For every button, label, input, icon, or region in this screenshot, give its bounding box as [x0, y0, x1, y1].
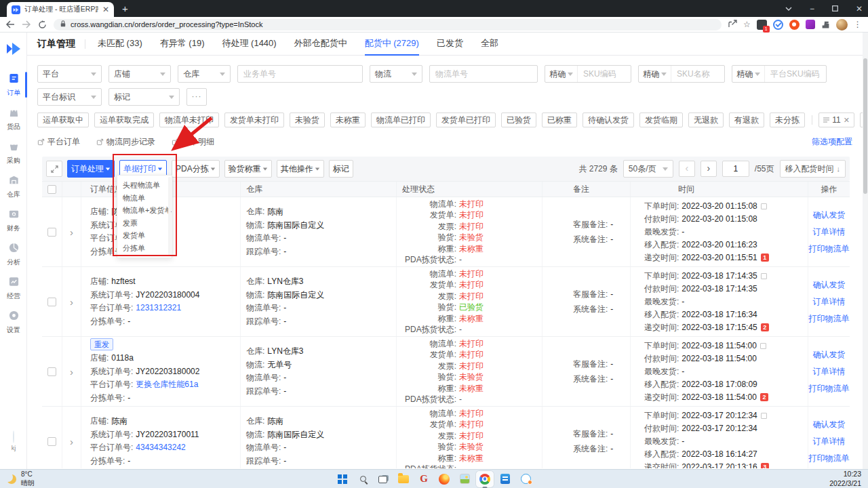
status-filter-tag[interactable]: 未验货	[290, 113, 325, 127]
extensions-puzzle-icon[interactable]	[821, 20, 830, 29]
url-field[interactable]: cross.wangdian.cn/orders/order_processin…	[54, 19, 722, 30]
status-filter-tag[interactable]: 已验货	[501, 113, 536, 127]
page-tab-2[interactable]: 待处理 (1440)	[222, 33, 276, 56]
page-scrollbar[interactable]	[863, 33, 868, 469]
print-menu-item[interactable]: 物流单	[117, 192, 172, 205]
order-no-link[interactable]: 43434343242	[136, 443, 185, 452]
print-menu-item[interactable]: 发货单	[117, 229, 172, 242]
inspect-weigh-button[interactable]: 验货称重	[224, 160, 272, 178]
shop-select[interactable]: 店铺	[108, 65, 171, 83]
page-tab-0[interactable]: 未匹配 (33)	[98, 33, 142, 56]
taskbar-app-photos[interactable]	[456, 471, 473, 487]
status-filter-tag[interactable]: 未称重	[330, 113, 366, 127]
order-detail-link[interactable]: 订单详情	[813, 436, 846, 447]
row-expand-icon[interactable]: ›	[70, 367, 73, 377]
active-filter-chip[interactable]: 11 ✕	[818, 113, 854, 127]
order-detail-link[interactable]: 订单详情	[813, 366, 846, 378]
browser-profile-avatar[interactable]	[836, 19, 848, 30]
print-menu-item[interactable]: 发票	[117, 217, 172, 230]
row-checkbox[interactable]	[47, 298, 56, 306]
quick-link-2[interactable]: 订单明细	[172, 136, 214, 148]
platform-sku-input[interactable]: 平台SKU编码	[765, 68, 826, 80]
page-size-select[interactable]: 50条/页	[623, 160, 673, 178]
status-filter-tag[interactable]: 物流单未打印	[159, 113, 219, 127]
filter-config-link[interactable]: 筛选项配置	[812, 136, 852, 148]
taskbar-app-explorer[interactable]	[395, 471, 412, 487]
row-checkbox[interactable]	[47, 437, 56, 446]
taskbar-clock[interactable]: 10:23 2022/3/21	[829, 470, 861, 488]
taskbar-app-gapp[interactable]: G	[415, 471, 433, 487]
sku-code-combo[interactable]: 精确SKU编码	[545, 65, 631, 83]
extension-check-icon[interactable]	[773, 20, 783, 30]
platform-sku-combo[interactable]: 精确平台SKU编码	[732, 65, 827, 83]
taskbar-app-firefox[interactable]	[435, 471, 453, 487]
forward-icon[interactable]	[22, 20, 31, 28]
window-minimize-icon[interactable]: −	[810, 5, 814, 13]
order-no-link[interactable]: 1231312321	[136, 303, 181, 312]
sidebar-user[interactable]: kj	[0, 431, 27, 451]
exact-select[interactable]: 精确	[545, 66, 578, 82]
status-filter-tag[interactable]: 物流单已打印	[371, 113, 431, 127]
close-icon[interactable]: ✕	[844, 116, 850, 125]
order-detail-link[interactable]: 订单详情	[813, 296, 846, 308]
prev-page-button[interactable]: ‹	[679, 161, 695, 177]
taskbar-weather[interactable]: 8°C晴朗	[7, 470, 35, 487]
taskbar-app-chat[interactable]	[517, 471, 534, 487]
sku-name-input[interactable]: SKU名称	[671, 68, 724, 80]
tab-search-chevron-icon[interactable]	[785, 7, 792, 11]
row-checkbox[interactable]	[47, 228, 56, 237]
row-expand-icon[interactable]: ›	[70, 297, 73, 307]
mark-button[interactable]: 标记	[329, 160, 353, 178]
sidebar-item-finance[interactable]: 财务	[0, 203, 27, 237]
other-ops-button[interactable]: 其他操作	[277, 160, 324, 178]
page-tab-3[interactable]: 外部仓配货中	[294, 33, 347, 56]
status-filter-tag[interactable]: 有退款	[729, 113, 764, 127]
bookmark-star-icon[interactable]: ☆	[743, 20, 751, 29]
print-menu-item[interactable]: 物流单+发货单	[117, 204, 172, 217]
status-filter-tag[interactable]: 运单获取中	[37, 113, 89, 127]
status-filter-tag[interactable]: 已称重	[542, 113, 577, 127]
status-filter-tag[interactable]: 未分拣	[770, 113, 805, 127]
print-logistics-link[interactable]: 打印物流单	[809, 383, 850, 394]
print-logistics-link[interactable]: 打印物流单	[809, 313, 850, 325]
taskbar-app-start[interactable]	[334, 471, 351, 487]
taskbar-app-taskview[interactable]	[374, 471, 392, 487]
status-filter-tag[interactable]: 待确认发货	[583, 113, 634, 127]
sort-select[interactable]: 移入配货时间↓	[780, 160, 846, 178]
sku-name-combo[interactable]: 精确SKU名称	[638, 65, 725, 83]
status-filter-tag[interactable]: 无退款	[688, 113, 724, 127]
print-menu-item[interactable]: 分拣单	[117, 242, 172, 255]
back-icon[interactable]	[5, 20, 15, 28]
tab-close-icon[interactable]: ✕	[102, 5, 109, 14]
row-checkbox[interactable]	[47, 367, 56, 376]
taskbar-app-search[interactable]	[354, 471, 372, 487]
select-all-checkbox[interactable]	[47, 185, 56, 194]
taskbar-app-notes[interactable]	[496, 471, 514, 487]
print-menu-item[interactable]: 头程物流单	[117, 179, 172, 192]
row-expand-icon[interactable]: ›	[70, 227, 73, 237]
pda-sort-button[interactable]: PDA分拣	[172, 160, 220, 178]
taskbar-app-chrome[interactable]	[476, 471, 494, 487]
page-tab-1[interactable]: 有异常 (19)	[160, 33, 205, 56]
platform-select[interactable]: 平台	[37, 65, 102, 83]
sidebar-item-warehouse[interactable]: 仓库	[0, 169, 27, 203]
status-filter-tag[interactable]: 发货单未打印	[224, 113, 284, 127]
print-logistics-link[interactable]: 打印物流单	[809, 243, 850, 255]
extension-purple-icon[interactable]	[806, 20, 815, 29]
business-no-input[interactable]	[237, 65, 363, 83]
status-filter-tag[interactable]: 发货临期	[639, 113, 683, 127]
quick-link-1[interactable]: 物流同步记录	[96, 136, 155, 148]
browser-tab[interactable]: 订单处理 - 旺店通ERP跨境版 ✕	[7, 2, 114, 17]
sidebar-item-settings[interactable]: 设置	[0, 305, 27, 339]
extension-screenshot-icon[interactable]: 1	[757, 20, 767, 30]
next-page-button[interactable]: ›	[701, 161, 717, 177]
window-maximize-icon[interactable]	[832, 5, 838, 12]
sidebar-item-goods[interactable]: 货品	[0, 102, 27, 136]
page-input[interactable]	[722, 161, 749, 177]
window-close-icon[interactable]: ✕	[856, 5, 863, 13]
sku-code-input[interactable]: SKU编码	[578, 68, 631, 80]
exact-select[interactable]: 精确	[639, 66, 671, 82]
extension-orange-icon[interactable]	[789, 20, 800, 30]
confirm-ship-link[interactable]: 确认发货	[813, 419, 846, 430]
reload-icon[interactable]	[38, 20, 47, 29]
